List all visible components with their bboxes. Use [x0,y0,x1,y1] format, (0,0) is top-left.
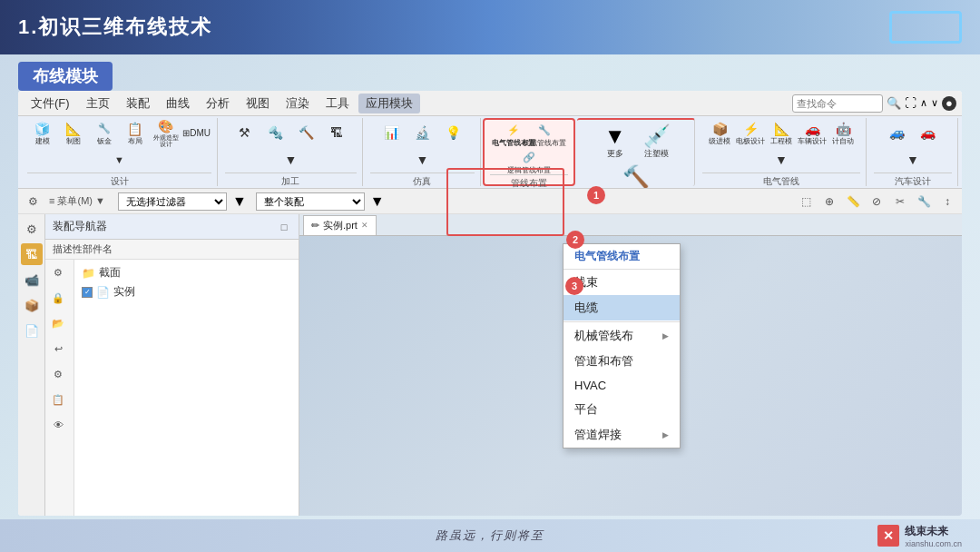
search-input[interactable] [792,94,883,113]
tree-item-instance[interactable]: ✓ 📄 实例 [78,282,295,301]
menu-bar: 文件(F) 主页 装配 曲线 分析 视图 渲染 工具 应用模块 🔍 ⛶ ∧ ∨ … [18,91,962,116]
dropdown-item-platform[interactable]: 平台 [564,397,680,422]
dmu-icon[interactable]: ⊞DMU [182,120,211,145]
more-elec-icon[interactable]: ▼ 更多 [595,122,635,161]
filter-wrapper: 无选择过滤器 [118,192,227,211]
sim2-icon[interactable]: 🔬 [407,120,436,145]
logo-sub-text: xianshu.com.cn [905,539,962,548]
scope-arrow[interactable]: ▼ [370,193,385,210]
injection-mold-icon[interactable]: 💉 注塑模 [637,122,677,161]
dropdown-item-mech[interactable]: 机械管线布 [564,323,680,349]
ribbon-toolbar: 🧊 建模 📐 制图 🔧 钣金 📋 布局 🎨 外观造型设计 [18,116,962,189]
auto-icon[interactable]: 🤖计自动 [828,120,858,145]
dropdown-item-hvac[interactable]: HVAC [564,374,680,397]
sim1-icon[interactable]: 📊 [377,120,406,145]
menu-file[interactable]: 文件(F) [24,94,77,113]
electrode-icon[interactable]: ⚡电极设计 [736,120,765,145]
craft-icon[interactable]: 🔨 于工艺 [616,163,656,189]
tool5-icon[interactable]: ✂ [889,192,911,212]
tab-bar: ✏ 实例.prt ✕ [299,214,962,236]
ribbon-group-design: 🧊 建模 📐 制图 🔧 钣金 📋 布局 🎨 外观造型设计 [22,118,218,186]
menu-home[interactable]: 主页 [79,94,117,113]
tab-close-btn[interactable]: ✕ [361,221,368,230]
sim3-icon[interactable]: 💡 [438,120,467,145]
menu-label: ≡ 菜单(M) ▼ [45,194,109,208]
sidebar-tool2[interactable]: 🔒 [45,285,71,310]
dropdown-item-piping[interactable]: 管道和布管 [564,349,680,374]
assembly-nav-btn active[interactable]: 🏗 [21,243,43,265]
sidebar-tool7[interactable]: 👁 [45,412,71,438]
sidebar-tool4[interactable]: ↩ [45,336,71,361]
right-toolbar-icons: ⬚ ⊕ 📏 ⊘ ✂ 🔧 ↕ [795,192,958,212]
sidebar-sub-header: 描述性部件名 [45,240,299,260]
menu-analysis[interactable]: 分析 [199,94,237,113]
sidebar-tool3[interactable]: 📂 [45,310,71,336]
close-icon[interactable]: ● [942,96,956,111]
sheetmetal-icon[interactable]: 🔧 钣金 [90,120,119,145]
modeling-icon[interactable]: 🧊 建模 [28,120,57,145]
menu-render[interactable]: 渲染 [279,94,317,113]
menu-assembly[interactable]: 装配 [119,94,157,113]
part-btn[interactable]: 📦 [21,294,43,316]
active-tab[interactable]: ✏ 实例.prt ✕ [303,215,377,235]
sidebar-tool5[interactable]: ⚙ [45,361,71,387]
process-more-icon[interactable]: ▼ [276,147,305,172]
car2-icon[interactable]: 🚗 [914,120,943,145]
tool7-icon[interactable]: ↕ [936,192,958,212]
tool1-icon[interactable]: ⬚ [795,192,817,212]
layer-btn[interactable]: 📄 [21,320,43,341]
design-more-icon[interactable]: ▼ [105,147,134,172]
sim-more-icon[interactable]: ▼ [407,147,436,172]
sidebar-tool1[interactable]: ⚙ [45,260,71,285]
settings-sidebar-btn[interactable]: ⚙ [21,218,43,240]
tool3-icon[interactable]: 📏 [842,192,864,212]
camera-btn[interactable]: 📹 [21,269,43,291]
layout-icon[interactable]: 📋 布局 [121,120,150,145]
mech-pipe-icon[interactable]: 🔧 机械管线布置 [530,122,559,147]
menu-tools[interactable]: 工具 [318,94,357,113]
vehicle-icon[interactable]: 🚗车辆设计 [798,120,827,145]
filter-arrow[interactable]: ▼ [232,193,247,210]
settings-btn[interactable]: ⚙ [22,192,44,212]
ribbon-group-sim: 📊 🔬 💡 ▼ 仿真 [365,118,481,186]
drafting-icon[interactable]: 📐 制图 [59,120,88,145]
fullscreen-icon[interactable]: ⛶ [905,96,916,110]
sidebar-tool6[interactable]: 📋 [45,387,71,412]
tree-checkbox[interactable]: ✓ [82,287,93,298]
sidebar-pin-icon[interactable]: □ [277,220,291,234]
caret-up-icon[interactable]: ∧ [920,97,927,109]
menu-curve[interactable]: 曲线 [159,94,197,113]
sidebar-header: 装配导航器 □ [45,214,299,240]
grade-more-icon[interactable]: ▼ [767,147,796,172]
engmod-icon[interactable]: 📐工程模 [767,120,796,145]
process2-icon[interactable]: 🔩 [260,120,289,145]
tool6-icon[interactable]: 🔧 [913,192,935,212]
tool2-icon[interactable]: ⊕ [818,192,840,212]
ribbon-group-pipe: ⚡ 电气管线布置 🔧 机械管线布置 🔗 逻辑管线布置 管线布置 [483,118,575,186]
caret-down-icon[interactable]: ∨ [931,97,938,109]
car1-icon[interactable]: 🚙 [883,120,912,145]
tree-section-label: 截面 [99,265,121,281]
grade1-icon[interactable]: 📦级进模 [705,120,734,145]
process4-icon[interactable]: 🏗 [322,120,351,145]
design-icons: 🧊 建模 📐 制图 🔧 钣金 📋 布局 🎨 外观造型设计 [27,120,211,172]
logic-pipe-icon[interactable]: 🔗 逻辑管线布置 [514,149,544,174]
menu-appmodule[interactable]: 应用模块 [358,94,420,113]
selection-filter[interactable]: 无选择过滤器 [118,192,227,211]
tool4-icon[interactable]: ⊘ [866,192,887,212]
tree-area: 📁 截面 ✓ 📄 实例 [74,260,299,516]
dropdown-item-weld[interactable]: 管道焊接 [564,422,680,448]
search-icon[interactable]: 🔍 [887,96,901,110]
tab-label: 实例.prt [323,219,358,232]
process3-icon[interactable]: 🔨 [291,120,320,145]
car-more-icon[interactable]: ▼ [898,147,927,172]
tree-item-section[interactable]: 📁 截面 [78,263,295,282]
dropdown-item-cable[interactable]: 电缆 [564,295,680,320]
process1-icon[interactable]: ⚒ [230,120,259,145]
scope-select[interactable]: 整个装配 [256,192,365,211]
info-btn[interactable]: ℹ [21,510,43,516]
grade-icons: 📦级进模 ⚡电极设计 📐工程模 🚗车辆设计 🤖计自动 ▼ [702,120,860,172]
menu-view[interactable]: 视图 [239,94,277,113]
styling-icon[interactable]: 🎨 外观造型设计 [152,120,181,145]
dropdown-header-label: 电气管线布置 [564,244,680,270]
